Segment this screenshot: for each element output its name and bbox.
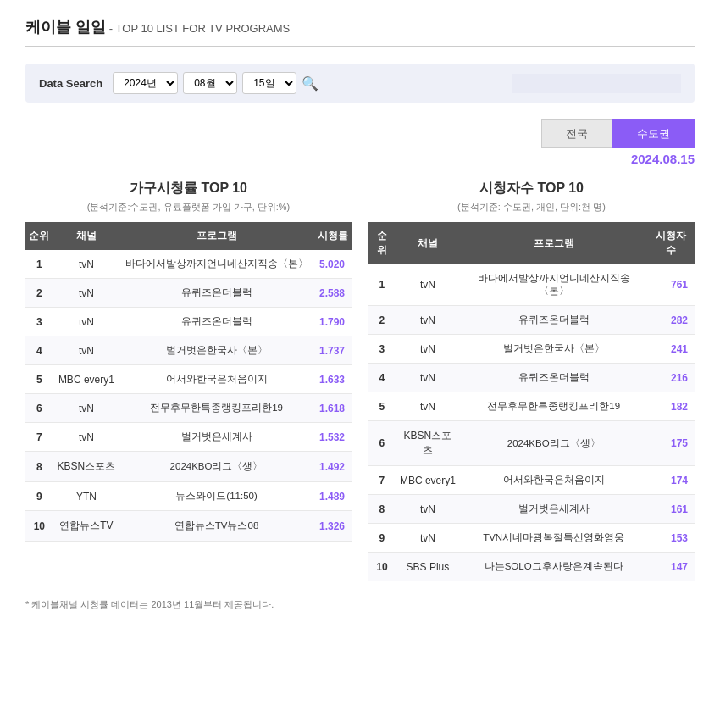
search-extra-input[interactable] bbox=[512, 74, 681, 93]
channel-cell: tvN bbox=[396, 264, 460, 306]
tab-jeonkuk[interactable]: 전국 bbox=[541, 119, 612, 148]
rating-cell: 5.020 bbox=[313, 250, 352, 279]
program-cell: 연합뉴스TV뉴스08 bbox=[119, 511, 313, 542]
channel-cell: SBS Plus bbox=[396, 553, 460, 581]
channel-cell: YTN bbox=[53, 482, 119, 511]
table-row: 6 tvN 전무후무한특종랭킹프리한19 1.618 bbox=[25, 394, 352, 423]
table-row: 10 SBS Plus 나는SOLO그후사랑은계속된다 147 bbox=[368, 553, 695, 581]
channel-cell: tvN bbox=[396, 364, 460, 392]
rank-cell: 2 bbox=[25, 279, 53, 308]
program-cell: 벌거벗은세계사 bbox=[119, 423, 313, 452]
rank-cell: 10 bbox=[25, 511, 53, 542]
rank-cell: 7 bbox=[25, 423, 53, 452]
table-row: 7 MBC every1 어서와한국은처음이지 174 bbox=[368, 466, 695, 495]
month-select[interactable]: 08월 bbox=[183, 72, 237, 94]
rank-cell: 1 bbox=[25, 250, 53, 279]
table-row: 3 tvN 유퀴즈온더블럭 1.790 bbox=[25, 308, 352, 336]
channel-cell: tvN bbox=[53, 308, 119, 336]
program-cell: 어서와한국은처음이지 bbox=[119, 365, 313, 394]
table-row: 3 tvN 벌거벗은한국사〈본〉 241 bbox=[368, 335, 695, 364]
table-row: 8 KBSN스포츠 2024KBO리그〈생〉 1.492 bbox=[25, 452, 352, 482]
year-select[interactable]: 2024년 bbox=[113, 72, 178, 94]
channel-cell: tvN bbox=[53, 394, 119, 423]
channel-cell: tvN bbox=[396, 306, 460, 335]
program-cell: 벌거벗은한국사〈본〉 bbox=[460, 335, 647, 364]
rating-cell: 147 bbox=[647, 553, 695, 581]
table-row: 9 tvN TVN시네마광복절특선영화영웅 153 bbox=[368, 524, 695, 553]
page-header: 케이블 일일 - TOP 10 LIST FOR TV PROGRAMS bbox=[25, 17, 695, 47]
footer-note: * 케이블채널 시청률 데이터는 2013년 11월부터 제공됩니다. bbox=[25, 598, 695, 611]
rating-cell: 241 bbox=[647, 335, 695, 364]
rating-cell: 1.790 bbox=[313, 308, 352, 336]
left-table-section: 가구시청률 TOP 10 (분석기준:수도권, 유료플랫폼 가입 가구, 단위:… bbox=[25, 180, 352, 581]
rating-cell: 174 bbox=[647, 466, 695, 495]
rank-cell: 5 bbox=[368, 392, 396, 421]
tables-container: 가구시청률 TOP 10 (분석기준:수도권, 유료플랫폼 가입 가구, 단위:… bbox=[25, 180, 695, 581]
rating-cell: 2.588 bbox=[313, 279, 352, 308]
channel-cell: tvN bbox=[53, 336, 119, 365]
program-cell: 유퀴즈온더블럭 bbox=[119, 308, 313, 336]
program-cell: 전무후무한특종랭킹프리한19 bbox=[119, 394, 313, 423]
program-cell: 바다에서발상까지언니네산지직송〈본〉 bbox=[460, 264, 647, 306]
day-select[interactable]: 15일 bbox=[242, 72, 296, 94]
rank-cell: 9 bbox=[368, 524, 396, 553]
date-display: 2024.08.15 bbox=[25, 152, 695, 166]
program-cell: 2024KBO리그〈생〉 bbox=[119, 452, 313, 482]
left-col-channel: 채널 bbox=[53, 222, 119, 250]
program-cell: TVN시네마광복절특선영화영웅 bbox=[460, 524, 647, 553]
program-cell: 2024KBO리그〈생〉 bbox=[460, 421, 647, 466]
search-label: Data Search bbox=[39, 77, 102, 90]
rank-cell: 6 bbox=[368, 421, 396, 466]
table-row: 1 tvN 바다에서발상까지언니네산지직송〈본〉 5.020 bbox=[25, 250, 352, 279]
program-cell: 유퀴즈온더블럭 bbox=[460, 306, 647, 335]
channel-cell: tvN bbox=[396, 335, 460, 364]
channel-cell: MBC every1 bbox=[396, 466, 460, 495]
program-cell: 유퀴즈온더블럭 bbox=[119, 279, 313, 308]
rating-cell: 1.326 bbox=[313, 511, 352, 542]
table-row: 8 tvN 벌거벗은세계사 161 bbox=[368, 495, 695, 524]
channel-cell: tvN bbox=[396, 524, 460, 553]
rating-cell: 1.618 bbox=[313, 394, 352, 423]
rating-cell: 216 bbox=[647, 364, 695, 392]
program-cell: 벌거벗은세계사 bbox=[460, 495, 647, 524]
channel-cell: KBSN스포츠 bbox=[396, 421, 460, 466]
right-table-title: 시청자수 TOP 10 bbox=[368, 180, 695, 197]
table-row: 6 KBSN스포츠 2024KBO리그〈생〉 175 bbox=[368, 421, 695, 466]
search-bar: Data Search 2024년 08월 15일 🔍 bbox=[25, 64, 695, 103]
table-row: 4 tvN 벌거벗은한국사〈본〉 1.737 bbox=[25, 336, 352, 365]
search-input-box: 🔍 bbox=[302, 74, 681, 93]
rank-cell: 3 bbox=[25, 308, 53, 336]
table-row: 1 tvN 바다에서발상까지언니네산지직송〈본〉 761 bbox=[368, 264, 695, 306]
program-cell: 바다에서발상까지언니네산지직송〈본〉 bbox=[119, 250, 313, 279]
rank-cell: 4 bbox=[368, 364, 396, 392]
search-input[interactable] bbox=[324, 74, 507, 93]
search-button[interactable]: 🔍 bbox=[302, 75, 318, 92]
right-col-channel: 채널 bbox=[396, 222, 460, 264]
program-cell: 전무후무한특종랭킹프리한19 bbox=[460, 392, 647, 421]
table-row: 2 tvN 유퀴즈온더블럭 2.588 bbox=[25, 279, 352, 308]
table-row: 9 YTN 뉴스와이드(11:50) 1.489 bbox=[25, 482, 352, 511]
left-table-subtitle: (분석기준:수도권, 유료플랫폼 가입 가구, 단위:%) bbox=[25, 201, 352, 214]
program-cell: 어서와한국은처음이지 bbox=[460, 466, 647, 495]
channel-cell: tvN bbox=[53, 279, 119, 308]
rating-cell: 282 bbox=[647, 306, 695, 335]
rank-cell: 1 bbox=[368, 264, 396, 306]
rating-cell: 1.532 bbox=[313, 423, 352, 452]
left-table: 순위 채널 프로그램 시청률 1 tvN 바다에서발상까지언니네산지직송〈본〉 … bbox=[25, 222, 352, 542]
program-cell: 나는SOLO그후사랑은계속된다 bbox=[460, 553, 647, 581]
left-col-rating: 시청률 bbox=[313, 222, 352, 250]
table-row: 2 tvN 유퀴즈온더블럭 282 bbox=[368, 306, 695, 335]
rank-cell: 10 bbox=[368, 553, 396, 581]
channel-cell: tvN bbox=[53, 250, 119, 279]
rank-cell: 4 bbox=[25, 336, 53, 365]
right-table-subtitle: (분석기준: 수도권, 개인, 단위:천 명) bbox=[368, 201, 695, 214]
tab-sudokwon[interactable]: 수도권 bbox=[612, 119, 695, 148]
rank-cell: 2 bbox=[368, 306, 396, 335]
page-title: 케이블 일일 bbox=[25, 19, 106, 36]
rating-cell: 182 bbox=[647, 392, 695, 421]
rank-cell: 7 bbox=[368, 466, 396, 495]
channel-cell: MBC every1 bbox=[53, 365, 119, 394]
program-cell: 유퀴즈온더블럭 bbox=[460, 364, 647, 392]
table-row: 5 tvN 전무후무한특종랭킹프리한19 182 bbox=[368, 392, 695, 421]
left-table-header-row: 순위 채널 프로그램 시청률 bbox=[25, 222, 352, 250]
